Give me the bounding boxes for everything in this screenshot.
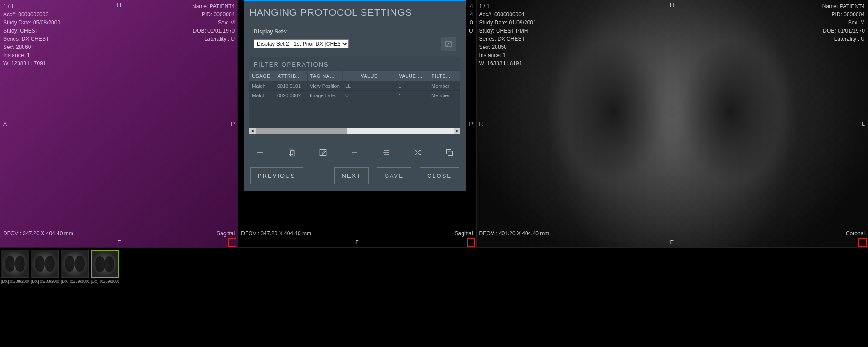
filter-operations-panel: FILTER OPERATIONS USAGE ATTRIB... TAG NA…	[249, 57, 460, 134]
vp1-top-left: 1 / 1 Acc#: 0000000003 Study Date: 05/08…	[3, 2, 60, 67]
vp2-indicator	[467, 238, 475, 247]
vp2-top-right: 4 4 0 U	[469, 2, 473, 35]
edit-display-set-button[interactable]	[441, 37, 456, 51]
next-button[interactable]: NEXT	[334, 167, 369, 184]
previous-button[interactable]: PREVIOUS	[250, 167, 303, 184]
vp2-right-center: P	[469, 121, 473, 127]
display-sets-label: Display Sets:	[254, 29, 460, 35]
close-button[interactable]: CLOSE	[420, 167, 459, 184]
vp2-bottom-center: F	[355, 239, 358, 246]
vp3-top-center: H	[670, 2, 674, 9]
table-row[interactable]: Match 0018:5101 View Position LL 1 Membe…	[249, 81, 460, 91]
vp1-dfov: DFOV : 347.20 X 404.40 mm	[3, 230, 73, 237]
vp1-orientation: Sagittal	[217, 230, 235, 237]
vp1-indicator	[228, 238, 236, 247]
thumbnail[interactable]: [DX] 01/09/2001	[61, 250, 89, 284]
thumbnail[interactable]: [DX] 05/08/2000	[1, 250, 29, 284]
vp2-orientation: Sagittal	[455, 230, 473, 237]
shuffle-button[interactable]	[410, 145, 426, 160]
thumbnail-row: [DX] 05/08/2000 [DX] 05/08/2000 [DX] 01/…	[1, 250, 119, 284]
filter-action-row	[249, 138, 460, 163]
vp3-indicator	[858, 238, 867, 247]
vp1-top-right: Name: PATIENT4 PID: 0000004 Sex: M DOB: …	[192, 2, 235, 43]
vp3-top-left: 1 / 1 Acc#: 0000000004 Study Date: 01/09…	[479, 2, 536, 67]
vp3-right-center: L	[862, 121, 865, 127]
thumbnail-label: [DX] 01/09/2001	[91, 279, 119, 284]
col-usage[interactable]: USAGE	[249, 71, 275, 81]
duplicate-button[interactable]	[441, 145, 458, 160]
vp2-dfov: DFOV : 347.20 X 404.40 mm	[241, 230, 311, 237]
col-filter[interactable]: FILTE...	[429, 71, 460, 81]
copy-button[interactable]	[284, 145, 300, 160]
save-button[interactable]: SAVE	[377, 167, 411, 184]
vp1-bottom-center: F	[117, 239, 121, 246]
vp3-dfov: DFOV : 401.20 X 404.40 mm	[479, 230, 550, 237]
thumbnail-image	[91, 250, 119, 278]
vp1-top-center: H	[117, 2, 121, 9]
thumbnail-image	[31, 250, 59, 278]
thumbnail-label: [DX] 05/08/2000	[1, 279, 29, 284]
thumbnail-image	[61, 250, 89, 278]
remove-button[interactable]	[347, 145, 363, 160]
col-attrib[interactable]: ATTRIB...	[275, 71, 307, 81]
vp1-left-center: A	[3, 121, 7, 127]
svg-rect-4	[448, 151, 453, 155]
vp3-left-center: R	[479, 121, 483, 127]
scroll-right-icon[interactable]: ►	[454, 128, 460, 134]
thumbnail-image	[1, 250, 29, 278]
vp3-orientation: Coronal	[846, 230, 865, 237]
edit-button[interactable]	[315, 145, 331, 160]
display-set-select[interactable]: Display Set 2 - 1st Prior DX [CHEST]	[254, 39, 349, 48]
svg-rect-2	[290, 150, 294, 156]
hanging-protocol-dialog: HANGING PROTOCOL SETTINGS Display Sets: …	[244, 0, 466, 191]
thumbnail[interactable]: [DX] 05/08/2000	[31, 250, 59, 284]
vp3-bottom-center: F	[670, 239, 674, 246]
vp1-right-center: P	[231, 121, 235, 127]
col-tag[interactable]: TAG NA...	[307, 71, 342, 81]
viewport-3[interactable]: 1 / 1 Acc#: 0000000004 Study Date: 01/09…	[476, 0, 868, 248]
col-value[interactable]: VALUE	[342, 71, 396, 81]
dialog-title: HANGING PROTOCOL SETTINGS	[249, 7, 460, 19]
add-button[interactable]	[252, 145, 268, 160]
vp3-top-right: Name: PATIENT4 PID: 0000004 Sex: M DOB: …	[822, 2, 865, 43]
thumbnail[interactable]: [DX] 01/09/2001	[91, 250, 119, 284]
filter-table-hscroll[interactable]: ◄ ►	[249, 128, 460, 134]
filter-table-header: USAGE ATTRIB... TAG NA... VALUE VALUE ..…	[249, 71, 460, 81]
col-valuenum[interactable]: VALUE ...	[396, 71, 429, 81]
svg-rect-1	[289, 149, 293, 154]
scroll-left-icon[interactable]: ◄	[249, 128, 256, 134]
list-button[interactable]	[378, 145, 395, 160]
viewport-1[interactable]: 1 / 1 Acc#: 0000000003 Study Date: 05/08…	[0, 0, 238, 248]
filter-table: USAGE ATTRIB... TAG NA... VALUE VALUE ..…	[249, 71, 460, 100]
table-row[interactable]: Match 0020:0062 Image Late... U 1 Member	[249, 91, 460, 100]
thumbnail-label: [DX] 01/09/2001	[61, 279, 89, 284]
thumbnail-label: [DX] 05/08/2000	[31, 279, 59, 284]
filter-operations-header: FILTER OPERATIONS	[249, 57, 460, 71]
